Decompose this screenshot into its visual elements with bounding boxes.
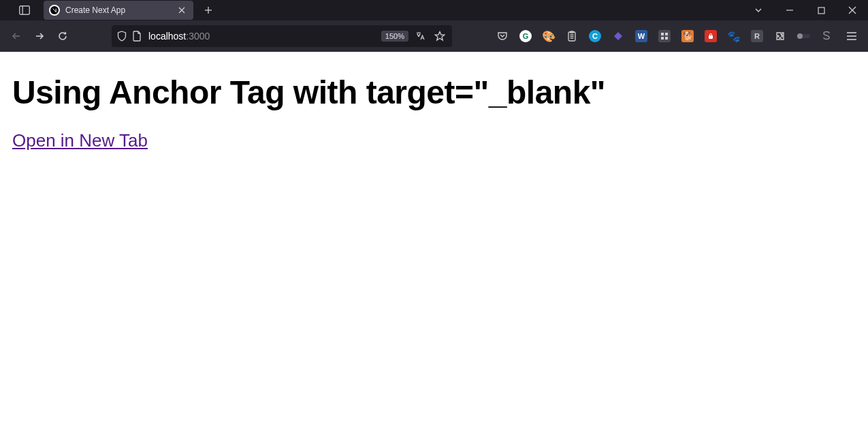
hamburger-icon — [846, 31, 857, 41]
lock-icon — [705, 30, 717, 42]
svg-rect-21 — [665, 33, 668, 35]
list-all-tabs-button[interactable] — [743, 0, 774, 20]
pocket-button[interactable] — [492, 26, 513, 46]
arrow-right-icon — [34, 31, 45, 42]
chevron-down-icon — [754, 6, 762, 14]
url-host: localhost — [148, 31, 186, 42]
svg-rect-24 — [709, 35, 713, 39]
bookmark-button[interactable] — [430, 27, 449, 46]
window-maximize-button[interactable] — [805, 0, 837, 20]
page-heading: Using Anchor Tag with target="_blank" — [12, 74, 856, 111]
extension-button[interactable] — [608, 26, 628, 46]
toggle-icon — [797, 33, 810, 40]
svg-rect-22 — [661, 37, 664, 40]
extension-button[interactable]: 🐕 — [677, 26, 698, 46]
svg-point-26 — [797, 33, 803, 39]
extension-button[interactable] — [562, 26, 582, 46]
nextjs-icon — [50, 6, 59, 14]
paw-icon: 🐾 — [727, 30, 741, 43]
zoom-level-badge[interactable]: 150% — [381, 31, 408, 42]
shield-icon — [117, 31, 127, 42]
svg-rect-0 — [20, 6, 30, 15]
word-icon: W — [635, 30, 647, 42]
pixel-dog-icon: 🐕 — [681, 30, 694, 42]
svg-marker-13 — [435, 32, 445, 41]
extensions-button[interactable] — [770, 26, 790, 46]
svg-marker-19 — [614, 32, 622, 40]
svg-rect-8 — [818, 7, 824, 14]
palette-icon: 🎨 — [542, 30, 556, 43]
sidebar-icon — [19, 5, 30, 15]
grid-icon — [658, 30, 671, 42]
extension-button[interactable]: 🐾 — [724, 26, 744, 46]
translate-icon — [415, 31, 426, 42]
clipboard-icon — [567, 31, 577, 42]
extension-button[interactable]: R — [747, 26, 767, 46]
puzzle-icon — [775, 31, 786, 42]
sidebar-toggle-button[interactable] — [12, 0, 37, 20]
close-icon — [178, 7, 185, 14]
svg-rect-23 — [665, 37, 668, 40]
arrow-left-icon — [11, 31, 22, 42]
url-bar[interactable]: localhost:3000 150% — [112, 25, 452, 47]
browser-tab-active[interactable]: Create Next App — [44, 1, 193, 20]
site-identity[interactable] — [117, 31, 142, 42]
plus-icon — [204, 6, 212, 14]
back-button[interactable] — [5, 25, 27, 47]
tab-title: Create Next App — [65, 5, 176, 15]
window-minimize-button[interactable] — [774, 0, 805, 20]
window-close-button[interactable] — [837, 0, 868, 20]
reload-icon — [57, 31, 68, 42]
circle-c-icon: C — [589, 30, 601, 42]
window-controls — [743, 0, 868, 20]
forward-button[interactable] — [29, 25, 50, 47]
navigation-toolbar: localhost:3000 150% G 🎨 — [0, 20, 868, 52]
extension-button[interactable]: 🎨 — [539, 26, 559, 46]
extension-button[interactable] — [654, 26, 675, 46]
extension-button[interactable]: W — [631, 26, 652, 46]
new-tab-button[interactable] — [199, 1, 218, 20]
diamond-icon — [613, 31, 624, 42]
extension-button[interactable] — [816, 26, 837, 46]
title-bar: Create Next App — [0, 0, 868, 20]
page-info-icon — [132, 31, 142, 42]
extension-button[interactable]: G — [515, 26, 536, 46]
extension-button[interactable] — [793, 26, 814, 46]
page-content: Using Anchor Tag with target="_blank" Op… — [0, 52, 868, 428]
translate-button[interactable] — [411, 27, 430, 46]
pocket-icon — [497, 31, 508, 42]
url-port: :3000 — [186, 31, 210, 42]
tab-strip: Create Next App — [0, 0, 743, 20]
app-menu-button[interactable] — [841, 25, 863, 47]
minimize-icon — [786, 6, 794, 14]
star-icon — [434, 31, 445, 42]
extension-button[interactable] — [701, 26, 721, 46]
extension-button[interactable]: C — [585, 26, 605, 46]
url-text[interactable]: localhost:3000 — [148, 31, 381, 42]
grammarly-icon: G — [519, 30, 532, 42]
close-icon — [848, 6, 856, 14]
letter-r-icon: R — [751, 30, 763, 42]
reload-button[interactable] — [52, 25, 74, 47]
s-icon — [822, 31, 831, 42]
svg-rect-20 — [661, 33, 664, 35]
open-new-tab-link[interactable]: Open in New Tab — [12, 130, 148, 151]
tab-favicon — [49, 5, 60, 16]
toolbar-extensions: G 🎨 C W 🐕 — [492, 26, 837, 46]
tab-close-button[interactable] — [176, 4, 188, 16]
maximize-icon — [818, 7, 825, 14]
